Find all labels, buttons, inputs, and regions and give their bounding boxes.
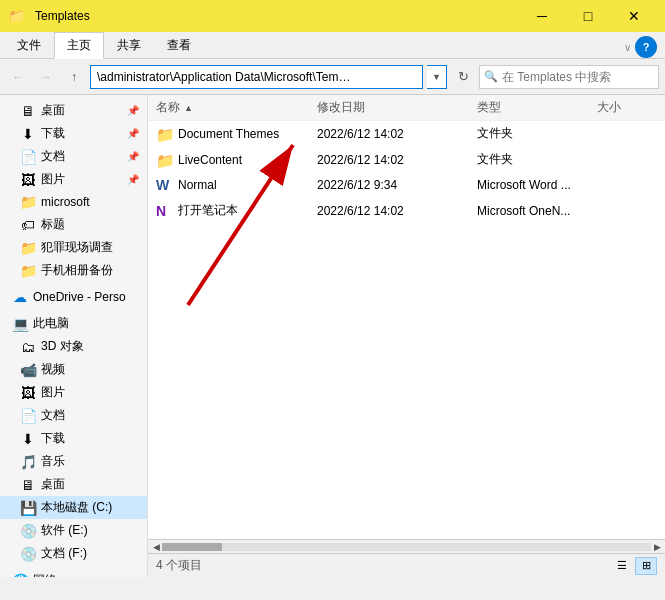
scroll-thumb[interactable] (162, 543, 222, 551)
address-bar: ← → ↑ \administrator\Application Data\Mi… (0, 59, 665, 95)
onedrive-icon: ☁ (12, 289, 28, 305)
driveC-icon: 💾 (20, 500, 36, 516)
file-name-3: N 打开笔记本 (156, 202, 317, 219)
pin-icon: 📌 (127, 105, 139, 116)
address-dropdown[interactable]: ▼ (427, 65, 447, 89)
pin-icon-pics: 📌 (127, 174, 139, 185)
sidebar-item-3d[interactable]: 🗂 3D 对象 (0, 335, 147, 358)
sidebar-item-docs[interactable]: 📄 文档 📌 (0, 145, 147, 168)
search-input[interactable] (502, 70, 654, 84)
pics-icon: 🖼 (20, 172, 36, 188)
help-button[interactable]: ? (635, 36, 657, 58)
file-item-2[interactable]: W Normal 2022/6/12 9:34 Microsoft Word .… (148, 173, 665, 198)
3d-icon: 🗂 (20, 339, 36, 355)
pic2-icon: 🖼 (20, 385, 36, 401)
file-item-0[interactable]: 📁 Document Themes 2022/6/12 14:02 文件夹 (148, 121, 665, 147)
video-icon: 📹 (20, 362, 36, 378)
sidebar-item-music[interactable]: 🎵 音乐 (0, 450, 147, 473)
sidebar-item-label[interactable]: 🏷 标题 (0, 213, 147, 236)
file-name-2: W Normal (156, 177, 317, 193)
folder-icon-0: 📁 (156, 126, 172, 142)
address-path: \administrator\Application Data\Microsof… (97, 70, 357, 84)
item-count: 4 个项目 (156, 557, 202, 574)
onenote-icon: N (156, 203, 172, 219)
folder-ms-icon: 📁 (20, 194, 36, 210)
tab-home[interactable]: 主页 (54, 32, 104, 59)
sidebar-item-driveE[interactable]: 💿 软件 (E:) (0, 519, 147, 542)
pin-icon-docs: 📌 (127, 151, 139, 162)
file-name-0: 📁 Document Themes (156, 126, 317, 142)
col-size[interactable]: 大小 (597, 99, 657, 116)
title-bar: 📁 Templates ─ □ ✕ (0, 0, 665, 32)
details-view-button[interactable]: ☰ (611, 557, 633, 575)
title-buttons: ─ □ ✕ (519, 0, 657, 32)
sidebar-item-network[interactable]: 🌐 网络 (0, 569, 147, 577)
minimize-button[interactable]: ─ (519, 0, 565, 32)
dl2-icon: ⬇ (20, 431, 36, 447)
scroll-right-arrow[interactable]: ▶ (651, 541, 663, 553)
horizontal-scrollbar[interactable]: ◀ ▶ (148, 539, 665, 553)
file-list: 📁 Document Themes 2022/6/12 14:02 文件夹 📁 … (148, 121, 665, 539)
large-icon-view-button[interactable]: ⊞ (635, 557, 657, 575)
desktop-icon: 🖥 (20, 103, 36, 119)
refresh-button[interactable]: ↻ (451, 65, 475, 89)
back-button[interactable]: ← (6, 65, 30, 89)
content-area: 名称 ▲ 修改日期 类型 大小 📁 Doc (148, 95, 665, 539)
sidebar-item-phone[interactable]: 📁 手机相册备份 (0, 259, 147, 282)
app-icon: 📁 (8, 8, 25, 24)
file-name-1: 📁 LiveContent (156, 152, 317, 168)
ribbon-tabs: 文件 主页 共享 查看 ∨ ? (0, 32, 665, 58)
tab-file[interactable]: 文件 (4, 32, 54, 58)
window-title: Templates (31, 9, 513, 23)
search-box: 🔍 (479, 65, 659, 89)
title-bar-controls: 📁 (8, 8, 25, 24)
sidebar-item-pics[interactable]: 🖼 图片 📌 (0, 168, 147, 191)
music-icon: 🎵 (20, 454, 36, 470)
driveE-icon: 💿 (20, 523, 36, 539)
up-button[interactable]: ↑ (62, 65, 86, 89)
sidebar-item-dl2[interactable]: ⬇ 下载 (0, 427, 147, 450)
col-date[interactable]: 修改日期 (317, 99, 477, 116)
word-icon: W (156, 177, 172, 193)
tab-share[interactable]: 共享 (104, 32, 154, 58)
download-icon: ⬇ (20, 126, 36, 142)
folder-crime-icon: 📁 (20, 240, 36, 256)
sidebar-item-doc2[interactable]: 📄 文档 (0, 404, 147, 427)
tab-view[interactable]: 查看 (154, 32, 204, 58)
folder-icon-1: 📁 (156, 152, 172, 168)
scroll-left-arrow[interactable]: ◀ (150, 541, 162, 553)
status-bar: 4 个项目 ☰ ⊞ (148, 553, 665, 577)
sidebar-item-pic2[interactable]: 🖼 图片 (0, 381, 147, 404)
doc2-icon: 📄 (20, 408, 36, 424)
thispc-icon: 💻 (12, 316, 28, 332)
col-type[interactable]: 类型 (477, 99, 597, 116)
maximize-button[interactable]: □ (565, 0, 611, 32)
forward-button[interactable]: → (34, 65, 58, 89)
sidebar-item-crime[interactable]: 📁 犯罪现场调查 (0, 236, 147, 259)
file-item-3[interactable]: N 打开笔记本 2022/6/12 14:02 Microsoft OneN..… (148, 198, 665, 224)
ribbon: 文件 主页 共享 查看 ∨ ? (0, 32, 665, 59)
sidebar-item-desk2[interactable]: 🖥 桌面 (0, 473, 147, 496)
address-input[interactable]: \administrator\Application Data\Microsof… (90, 65, 423, 89)
sidebar-item-thispc[interactable]: 💻 此电脑 (0, 312, 147, 335)
sidebar-item-download[interactable]: ⬇ 下载 📌 (0, 122, 147, 145)
sort-arrow: ▲ (184, 103, 193, 113)
view-buttons: ☰ ⊞ (611, 557, 657, 575)
pin-icon-dl: 📌 (127, 128, 139, 139)
sidebar-item-onedrive[interactable]: ☁ OneDrive - Perso (0, 286, 147, 308)
sidebar-item-desktop[interactable]: 🖥 桌面 📌 (0, 99, 147, 122)
content-wrapper: 名称 ▲ 修改日期 类型 大小 📁 Doc (148, 95, 665, 577)
sidebar-item-driveC[interactable]: 💾 本地磁盘 (C:) (0, 496, 147, 519)
folder-phone-icon: 📁 (20, 263, 36, 279)
sidebar-item-microsoft[interactable]: 📁 microsoft (0, 191, 147, 213)
sidebar-item-video[interactable]: 📹 视频 (0, 358, 147, 381)
col-name[interactable]: 名称 ▲ (156, 99, 317, 116)
sidebar: 🖥 桌面 📌 ⬇ 下载 📌 📄 文档 📌 🖼 图片 📌 📁 microsoft … (0, 95, 148, 577)
column-headers: 名称 ▲ 修改日期 类型 大小 (148, 95, 665, 121)
sidebar-item-driveF[interactable]: 💿 文档 (F:) (0, 542, 147, 565)
driveF-icon: 💿 (20, 546, 36, 562)
close-button[interactable]: ✕ (611, 0, 657, 32)
scroll-track[interactable] (162, 543, 651, 551)
file-item-1[interactable]: 📁 LiveContent 2022/6/12 14:02 文件夹 (148, 147, 665, 173)
search-icon: 🔍 (484, 70, 498, 83)
